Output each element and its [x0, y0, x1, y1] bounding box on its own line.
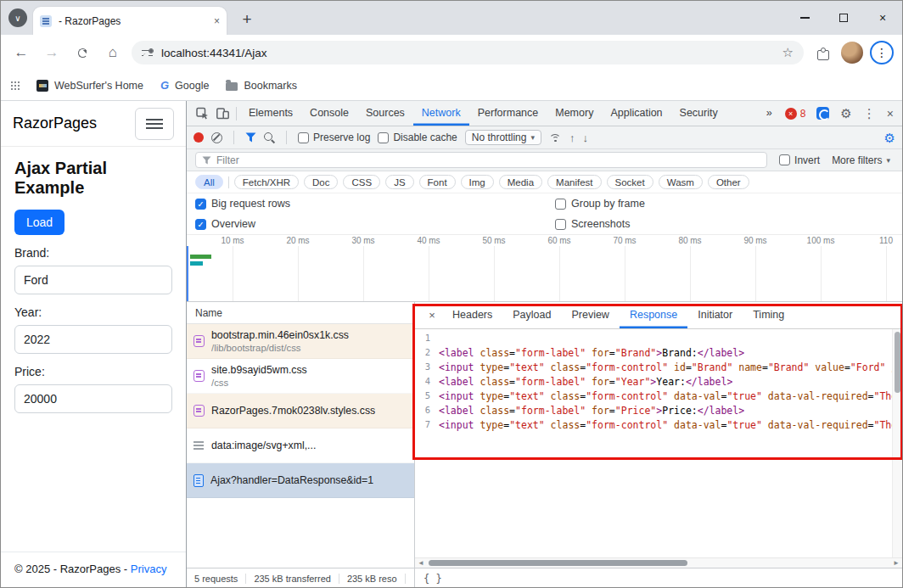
devtools-tab-security[interactable]: Security [671, 101, 726, 126]
table-row[interactable]: RazorPages.7mok0238lv.styles.css [187, 394, 414, 428]
bookmark-google[interactable]: G Google [160, 79, 209, 92]
detail-tab-response[interactable]: Response [620, 302, 687, 328]
year-field[interactable] [14, 325, 172, 354]
option-screenshots[interactable]: Screenshots [555, 218, 630, 230]
profile-avatar[interactable] [841, 42, 863, 64]
clear-button[interactable] [211, 132, 222, 143]
detail-close-button[interactable]: × [422, 305, 442, 326]
bookmark-star-icon[interactable]: ☆ [782, 45, 794, 60]
filter-chip-media[interactable]: Media [499, 175, 542, 189]
table-row[interactable]: bootstrap.min.46ein0sx1k.css/lib/bootstr… [187, 324, 414, 359]
option-group-by-frame[interactable]: Group by frame [555, 198, 645, 210]
url-text[interactable]: localhost:44341/Ajax [161, 47, 775, 59]
detail-tab-payload[interactable]: Payload [502, 302, 561, 328]
new-tab-button[interactable]: + [235, 8, 259, 31]
devtools-tab-memory[interactable]: Memory [547, 101, 602, 126]
home-button[interactable]: ⌂ [101, 41, 125, 64]
error-count-badge[interactable]: × 8 [785, 108, 806, 120]
throttling-select[interactable]: No throttling ▾ [465, 130, 541, 145]
format-braces-icon[interactable]: { } [423, 573, 442, 585]
invert-checkbox[interactable]: Invert [779, 154, 820, 166]
checkbox-icon[interactable] [555, 199, 566, 210]
devtools-tab-console[interactable]: Console [301, 101, 357, 126]
checkbox-icon[interactable]: ✓ [195, 199, 206, 210]
scroll-left-icon[interactable]: ◄ [418, 559, 424, 567]
filter-chip-img[interactable]: Img [461, 175, 494, 189]
extensions-button[interactable] [810, 41, 834, 64]
filter-chip-socket[interactable]: Socket [607, 175, 653, 189]
bookmarks-folder[interactable]: Bookmarks [226, 80, 297, 92]
table-row[interactable]: site.b9sayid5wm.css/css [187, 359, 414, 394]
checkbox-icon[interactable] [555, 219, 566, 230]
devtools-tab-elements[interactable]: Elements [240, 101, 301, 126]
filter-chip-doc[interactable]: Doc [304, 175, 338, 189]
refresh-button[interactable] [70, 41, 94, 64]
search-icon[interactable] [264, 132, 275, 143]
device-toolbar-button[interactable] [212, 104, 233, 124]
load-button[interactable]: Load [14, 210, 64, 235]
price-field[interactable] [14, 384, 172, 413]
detail-tab-initiator[interactable]: Initiator [687, 302, 743, 328]
filter-chip-css[interactable]: CSS [343, 175, 380, 189]
close-button[interactable]: × [863, 1, 902, 35]
devtools-tab-performance[interactable]: Performance [469, 101, 547, 126]
bookmark-websurfer[interactable]: WebSurfer's Home [36, 80, 143, 92]
scroll-right-icon[interactable]: ► [893, 559, 900, 567]
devtools-tab-application[interactable]: Application [602, 101, 670, 126]
filter-chip-all[interactable]: All [195, 175, 223, 189]
preserve-log-checkbox[interactable]: Preserve log [298, 132, 370, 143]
export-har-button[interactable]: ↓ [582, 132, 588, 143]
checkbox-icon[interactable]: ✓ [195, 219, 206, 230]
detail-tab-headers[interactable]: Headers [442, 302, 502, 328]
inspect-element-button[interactable] [192, 104, 212, 124]
request-list-header[interactable]: Name [187, 302, 414, 324]
option-overview[interactable]: ✓Overview [195, 218, 555, 230]
filter-funnel-icon[interactable] [245, 132, 256, 143]
app-brand-link[interactable]: RazorPages [13, 115, 97, 132]
filter-chip-font[interactable]: Font [419, 175, 456, 189]
minimize-button[interactable] [785, 1, 824, 35]
detail-tab-timing[interactable]: Timing [743, 302, 794, 328]
table-row[interactable]: Ajax?handler=DataResponse&id=1 [187, 463, 414, 498]
filter-chip-fetch-xhr[interactable]: Fetch/XHR [234, 175, 299, 189]
tab-close-icon[interactable]: × [214, 15, 220, 27]
scrollbar-thumb[interactable] [895, 332, 900, 393]
scrollbar-thumb[interactable] [429, 560, 687, 566]
vertical-scrollbar[interactable] [892, 329, 902, 557]
filter-chip-other[interactable]: Other [708, 175, 749, 189]
devtools-settings-button[interactable]: ⚙ [840, 107, 851, 120]
filter-chip-js[interactable]: JS [385, 175, 413, 189]
recorder-badge-icon[interactable] [816, 107, 829, 120]
maximize-button[interactable] [824, 1, 863, 35]
disable-cache-checkbox[interactable]: Disable cache [378, 132, 457, 143]
site-settings-icon[interactable] [142, 48, 154, 58]
network-filter-input[interactable]: Filter [195, 152, 767, 168]
browser-tab[interactable]: - RazorPages × [33, 7, 227, 35]
record-button[interactable] [194, 132, 204, 143]
horizontal-scrollbar[interactable]: ◄ ► [415, 557, 902, 568]
more-tabs-button[interactable]: » [765, 101, 774, 126]
browser-menu-button[interactable]: ⋮ [870, 41, 894, 64]
devtools-tab-network[interactable]: Network [413, 101, 469, 126]
back-button[interactable]: ← [9, 41, 33, 64]
apps-grid-button[interactable] [11, 81, 20, 90]
table-row[interactable]: data:image/svg+xml,... [187, 428, 414, 463]
option-big-request-rows[interactable]: ✓Big request rows [195, 198, 555, 210]
filter-chip-manifest[interactable]: Manifest [547, 175, 601, 189]
devtools-menu-button[interactable]: ⋮ [863, 107, 876, 120]
network-conditions-icon[interactable] [549, 132, 562, 143]
navbar-toggler-button[interactable] [135, 108, 174, 140]
filter-chip-wasm[interactable]: Wasm [659, 175, 703, 189]
network-overview-timeline[interactable]: 10 ms20 ms30 ms40 ms50 ms60 ms70 ms80 ms… [187, 234, 902, 302]
forward-button[interactable]: → [40, 41, 64, 64]
detail-tab-preview[interactable]: Preview [561, 302, 619, 328]
devtools-tab-sources[interactable]: Sources [357, 101, 413, 126]
privacy-link[interactable]: Privacy [131, 563, 167, 575]
network-settings-button[interactable]: ⚙ [884, 132, 895, 144]
tab-search-button[interactable]: ∨ [8, 8, 27, 27]
more-filters-button[interactable]: More filters ▾ [832, 154, 894, 166]
brand-field[interactable] [14, 266, 172, 294]
url-field[interactable]: localhost:44341/Ajax ☆ [132, 41, 804, 64]
devtools-close-button[interactable]: × [887, 108, 894, 120]
import-har-button[interactable]: ↑ [569, 132, 575, 143]
